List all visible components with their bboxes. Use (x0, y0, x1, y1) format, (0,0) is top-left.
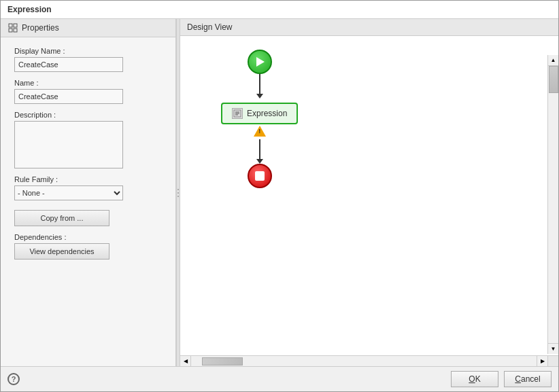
dependencies-label: Dependencies : (14, 233, 162, 241)
scroll-up-button[interactable]: ▲ (548, 55, 558, 66)
rule-family-group: Rule Family : - None - (14, 175, 162, 200)
dialog-title: Expression (1, 1, 558, 19)
dialog-title-text: Expression (7, 5, 52, 14)
flow-arrow-1 (259, 74, 260, 94)
display-name-input[interactable] (14, 57, 123, 72)
properties-tab[interactable]: Properties (1, 19, 175, 37)
properties-icon (7, 22, 18, 33)
properties-tab-label: Properties (22, 23, 59, 33)
rule-family-select[interactable]: - None - (14, 185, 123, 200)
arrow-head-2 (256, 159, 263, 164)
warning-triangle: ! (254, 126, 266, 137)
expression-node[interactable]: Expression (221, 103, 298, 124)
description-label: Description : (14, 111, 162, 119)
rule-family-label: Rule Family : (14, 175, 162, 183)
ok-rest: K (475, 374, 481, 384)
name-input[interactable] (14, 89, 123, 104)
arrow-head-1 (256, 94, 263, 99)
scrollbar-track-vertical (548, 93, 558, 343)
scrollbar-thumb-horizontal[interactable] (202, 357, 243, 366)
cancel-button[interactable]: Cancel (504, 371, 552, 387)
ok-underline: O (469, 374, 475, 384)
flow-diagram: Expression ! (221, 50, 298, 188)
design-view-tab[interactable]: Design View (180, 19, 558, 36)
warning-icon-wrapper: ! (221, 126, 298, 137)
description-textarea[interactable] (14, 121, 123, 168)
properties-content: Display Name : Name : Description : Rule… (1, 37, 175, 366)
left-panel: Properties Display Name : Name : Descrip… (1, 19, 176, 366)
node-icon (232, 108, 243, 119)
expression-dialog: Expression Properties (0, 0, 559, 392)
display-name-label: Display Name : (14, 47, 162, 55)
footer-buttons: OK Cancel (451, 371, 552, 387)
splitter-dot (177, 189, 179, 190)
view-dependencies-button[interactable]: View dependencies (14, 243, 109, 260)
description-group: Description : (14, 111, 162, 168)
bottom-scrollbar[interactable]: ◀ ▶ (180, 355, 547, 366)
copy-from-group: Copy from ... (14, 210, 162, 226)
scroll-right-button[interactable]: ▶ (537, 356, 547, 367)
dialog-body: Properties Display Name : Name : Descrip… (1, 19, 558, 366)
expression-node-wrapper: Expression ! (221, 99, 298, 137)
svg-rect-2 (9, 29, 12, 32)
stop-icon (255, 171, 265, 181)
play-icon (256, 57, 265, 67)
dialog-footer: ? OK Cancel (1, 366, 558, 391)
start-node[interactable] (248, 50, 272, 74)
ok-button[interactable]: OK (451, 371, 498, 387)
cancel-rest: ancel (521, 374, 541, 384)
copy-from-button[interactable]: Copy from ... (14, 210, 109, 226)
footer-left: ? (7, 373, 20, 385)
expression-node-label: Expression (247, 109, 287, 118)
cancel-underline: C (515, 374, 521, 384)
scroll-left-button[interactable]: ◀ (180, 356, 191, 367)
right-scrollbar[interactable]: ▲ ▼ (547, 55, 558, 354)
scroll-corner (547, 355, 558, 366)
help-label: ? (12, 375, 16, 383)
name-label: Name : (14, 79, 162, 87)
end-node[interactable] (248, 164, 272, 188)
svg-rect-1 (14, 24, 17, 27)
svg-rect-3 (14, 29, 17, 32)
svg-rect-0 (9, 24, 12, 27)
design-canvas: Expression ! (180, 36, 558, 366)
splitter-dot (177, 192, 179, 194)
name-group: Name : (14, 79, 162, 104)
warning-exclamation: ! (258, 128, 260, 135)
scroll-down-button[interactable]: ▼ (548, 343, 558, 354)
splitter-dot (177, 196, 179, 197)
help-button[interactable]: ? (7, 373, 20, 385)
right-panel: Design View (180, 19, 558, 366)
flow-arrow-2 (259, 139, 260, 160)
display-name-group: Display Name : (14, 47, 162, 72)
dependencies-group: Dependencies : View dependencies (14, 233, 162, 260)
scrollbar-thumb-vertical[interactable] (549, 66, 558, 93)
